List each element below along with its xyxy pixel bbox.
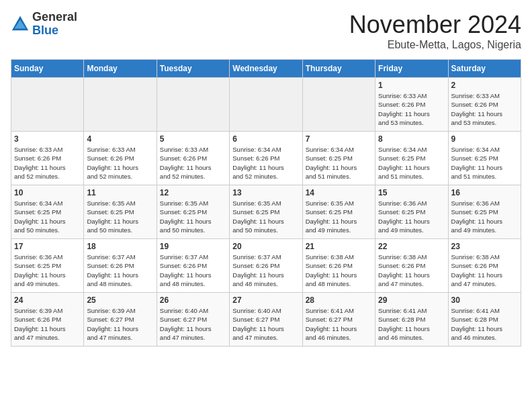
calendar-cell: 9Sunrise: 6:34 AM Sunset: 6:25 PM Daylig… bbox=[448, 132, 521, 185]
calendar-cell bbox=[11, 78, 84, 132]
day-info: Sunrise: 6:37 AM Sunset: 6:26 PM Dayligh… bbox=[87, 253, 153, 288]
calendar-cell: 16Sunrise: 6:36 AM Sunset: 6:25 PM Dayli… bbox=[448, 185, 521, 239]
header-day-friday: Friday bbox=[375, 60, 448, 78]
logo: General Blue bbox=[11, 11, 77, 38]
day-info: Sunrise: 6:40 AM Sunset: 6:27 PM Dayligh… bbox=[232, 306, 299, 342]
day-info: Sunrise: 6:35 AM Sunset: 6:25 PM Dayligh… bbox=[87, 199, 153, 234]
day-number: 10 bbox=[14, 188, 81, 197]
calendar-cell: 11Sunrise: 6:35 AM Sunset: 6:25 PM Dayli… bbox=[84, 185, 157, 239]
day-number: 4 bbox=[87, 134, 153, 144]
day-number: 28 bbox=[306, 295, 372, 305]
day-number: 29 bbox=[378, 295, 445, 305]
day-info: Sunrise: 6:34 AM Sunset: 6:25 PM Dayligh… bbox=[451, 145, 518, 181]
day-info: Sunrise: 6:40 AM Sunset: 6:27 PM Dayligh… bbox=[160, 306, 226, 342]
day-number: 25 bbox=[87, 295, 153, 305]
day-number: 14 bbox=[306, 188, 372, 197]
calendar-cell bbox=[157, 78, 229, 132]
calendar-title: November 2024 bbox=[349, 11, 521, 39]
day-info: Sunrise: 6:35 AM Sunset: 6:25 PM Dayligh… bbox=[232, 199, 299, 234]
calendar-cell: 4Sunrise: 6:33 AM Sunset: 6:26 PM Daylig… bbox=[84, 132, 157, 185]
header-day-sunday: Sunday bbox=[11, 60, 84, 78]
header-day-saturday: Saturday bbox=[448, 60, 521, 78]
header-day-wednesday: Wednesday bbox=[230, 60, 302, 78]
calendar-cell bbox=[302, 78, 375, 132]
calendar-cell: 2Sunrise: 6:33 AM Sunset: 6:26 PM Daylig… bbox=[448, 78, 521, 132]
day-number: 16 bbox=[451, 188, 518, 197]
calendar-cell: 27Sunrise: 6:40 AM Sunset: 6:27 PM Dayli… bbox=[230, 293, 302, 347]
day-number: 8 bbox=[378, 134, 445, 144]
day-number: 24 bbox=[14, 295, 81, 305]
calendar-cell: 8Sunrise: 6:34 AM Sunset: 6:25 PM Daylig… bbox=[375, 132, 448, 185]
calendar-cell: 24Sunrise: 6:39 AM Sunset: 6:26 PM Dayli… bbox=[11, 293, 84, 347]
day-number: 2 bbox=[451, 81, 518, 90]
day-info: Sunrise: 6:38 AM Sunset: 6:26 PM Dayligh… bbox=[306, 253, 372, 288]
logo-text: General Blue bbox=[32, 11, 77, 38]
logo-icon bbox=[11, 15, 30, 34]
day-info: Sunrise: 6:33 AM Sunset: 6:26 PM Dayligh… bbox=[87, 145, 153, 181]
day-info: Sunrise: 6:34 AM Sunset: 6:25 PM Dayligh… bbox=[306, 145, 372, 181]
calendar-cell: 1Sunrise: 6:33 AM Sunset: 6:26 PM Daylig… bbox=[375, 78, 448, 132]
calendar-header-row: SundayMondayTuesdayWednesdayThursdayFrid… bbox=[11, 60, 521, 78]
day-info: Sunrise: 6:39 AM Sunset: 6:26 PM Dayligh… bbox=[14, 306, 81, 342]
day-number: 1 bbox=[378, 81, 445, 90]
day-number: 15 bbox=[378, 188, 445, 197]
week-row-1: 3Sunrise: 6:33 AM Sunset: 6:26 PM Daylig… bbox=[11, 132, 521, 185]
week-row-4: 24Sunrise: 6:39 AM Sunset: 6:26 PM Dayli… bbox=[11, 293, 521, 347]
day-number: 20 bbox=[232, 242, 299, 251]
calendar-cell: 17Sunrise: 6:36 AM Sunset: 6:25 PM Dayli… bbox=[11, 239, 84, 293]
day-number: 3 bbox=[14, 134, 81, 144]
day-info: Sunrise: 6:33 AM Sunset: 6:26 PM Dayligh… bbox=[378, 91, 445, 127]
calendar-cell: 19Sunrise: 6:37 AM Sunset: 6:26 PM Dayli… bbox=[157, 239, 229, 293]
day-info: Sunrise: 6:33 AM Sunset: 6:26 PM Dayligh… bbox=[160, 145, 226, 181]
day-number: 19 bbox=[160, 242, 226, 251]
day-info: Sunrise: 6:35 AM Sunset: 6:25 PM Dayligh… bbox=[160, 199, 226, 234]
day-number: 7 bbox=[306, 134, 372, 144]
day-number: 17 bbox=[14, 242, 81, 251]
calendar-cell: 29Sunrise: 6:41 AM Sunset: 6:28 PM Dayli… bbox=[375, 293, 448, 347]
calendar-cell bbox=[230, 78, 302, 132]
calendar-cell: 26Sunrise: 6:40 AM Sunset: 6:27 PM Dayli… bbox=[157, 293, 229, 347]
day-info: Sunrise: 6:35 AM Sunset: 6:25 PM Dayligh… bbox=[306, 199, 372, 234]
header-day-tuesday: Tuesday bbox=[157, 60, 229, 78]
calendar-cell: 23Sunrise: 6:38 AM Sunset: 6:26 PM Dayli… bbox=[448, 239, 521, 293]
calendar-cell: 14Sunrise: 6:35 AM Sunset: 6:25 PM Dayli… bbox=[302, 185, 375, 239]
calendar-cell: 18Sunrise: 6:37 AM Sunset: 6:26 PM Dayli… bbox=[84, 239, 157, 293]
day-info: Sunrise: 6:38 AM Sunset: 6:26 PM Dayligh… bbox=[451, 253, 518, 288]
day-info: Sunrise: 6:34 AM Sunset: 6:25 PM Dayligh… bbox=[378, 145, 445, 181]
calendar-table: SundayMondayTuesdayWednesdayThursdayFrid… bbox=[11, 59, 521, 347]
calendar-cell: 15Sunrise: 6:36 AM Sunset: 6:25 PM Dayli… bbox=[375, 185, 448, 239]
header-day-monday: Monday bbox=[84, 60, 157, 78]
calendar-cell: 7Sunrise: 6:34 AM Sunset: 6:25 PM Daylig… bbox=[302, 132, 375, 185]
week-row-0: 1Sunrise: 6:33 AM Sunset: 6:26 PM Daylig… bbox=[11, 78, 521, 132]
day-number: 22 bbox=[378, 242, 445, 251]
day-info: Sunrise: 6:37 AM Sunset: 6:26 PM Dayligh… bbox=[160, 253, 226, 288]
title-area: November 2024 Ebute-Metta, Lagos, Nigeri… bbox=[349, 11, 521, 51]
calendar-cell: 10Sunrise: 6:34 AM Sunset: 6:25 PM Dayli… bbox=[11, 185, 84, 239]
day-number: 23 bbox=[451, 242, 518, 251]
day-info: Sunrise: 6:33 AM Sunset: 6:26 PM Dayligh… bbox=[14, 145, 81, 181]
day-number: 26 bbox=[160, 295, 226, 305]
day-info: Sunrise: 6:33 AM Sunset: 6:26 PM Dayligh… bbox=[451, 91, 518, 127]
header: General Blue November 2024 Ebute-Metta, … bbox=[11, 11, 521, 51]
header-day-thursday: Thursday bbox=[302, 60, 375, 78]
calendar-cell: 5Sunrise: 6:33 AM Sunset: 6:26 PM Daylig… bbox=[157, 132, 229, 185]
calendar-cell: 20Sunrise: 6:37 AM Sunset: 6:26 PM Dayli… bbox=[230, 239, 302, 293]
day-number: 5 bbox=[160, 134, 226, 144]
day-number: 30 bbox=[451, 295, 518, 305]
calendar-cell bbox=[84, 78, 157, 132]
calendar-cell: 13Sunrise: 6:35 AM Sunset: 6:25 PM Dayli… bbox=[230, 185, 302, 239]
day-number: 13 bbox=[232, 188, 299, 197]
calendar-cell: 3Sunrise: 6:33 AM Sunset: 6:26 PM Daylig… bbox=[11, 132, 84, 185]
calendar-cell: 30Sunrise: 6:41 AM Sunset: 6:28 PM Dayli… bbox=[448, 293, 521, 347]
day-number: 9 bbox=[451, 134, 518, 144]
calendar-cell: 6Sunrise: 6:34 AM Sunset: 6:26 PM Daylig… bbox=[230, 132, 302, 185]
day-info: Sunrise: 6:38 AM Sunset: 6:26 PM Dayligh… bbox=[378, 253, 445, 288]
calendar-cell: 21Sunrise: 6:38 AM Sunset: 6:26 PM Dayli… bbox=[302, 239, 375, 293]
calendar-cell: 25Sunrise: 6:39 AM Sunset: 6:27 PM Dayli… bbox=[84, 293, 157, 347]
day-info: Sunrise: 6:39 AM Sunset: 6:27 PM Dayligh… bbox=[87, 306, 153, 342]
day-number: 21 bbox=[306, 242, 372, 251]
day-number: 6 bbox=[232, 134, 299, 144]
calendar-body: 1Sunrise: 6:33 AM Sunset: 6:26 PM Daylig… bbox=[11, 78, 521, 347]
calendar-cell: 22Sunrise: 6:38 AM Sunset: 6:26 PM Dayli… bbox=[375, 239, 448, 293]
calendar-cell: 12Sunrise: 6:35 AM Sunset: 6:25 PM Dayli… bbox=[157, 185, 229, 239]
